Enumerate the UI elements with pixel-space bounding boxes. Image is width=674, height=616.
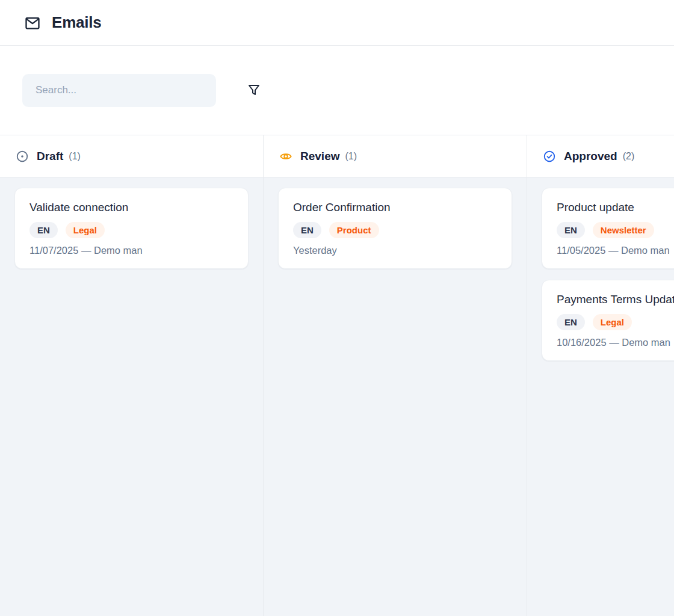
card-badges: EN Newsletter (557, 222, 674, 238)
column-label: Approved (564, 150, 617, 163)
column-label: Draft (37, 150, 63, 163)
page-title: Emails (52, 13, 102, 32)
card-meta: 11/05/2025 — Demo man (557, 245, 674, 256)
column-count: (2) (623, 151, 635, 162)
card-badges: EN Product (293, 222, 497, 238)
card-badges: EN Legal (29, 222, 233, 238)
circle-dot-icon (16, 150, 29, 163)
column-body-review: Order Confirmation EN Product Yesterday (264, 177, 527, 616)
card-title: Product update (557, 201, 674, 214)
eye-icon (279, 150, 292, 163)
check-circle-icon (543, 150, 556, 163)
column-draft: Draft (1) Validate connection EN Legal 1… (0, 135, 264, 616)
column-header-draft: Draft (1) (0, 135, 263, 177)
card-badges: EN Legal (557, 314, 674, 330)
search-input[interactable] (22, 74, 216, 107)
category-badge: Product (329, 222, 379, 238)
language-badge: EN (557, 314, 585, 330)
column-body-approved: Product update EN Newsletter 11/05/2025 … (527, 177, 674, 616)
email-card[interactable]: Payments Terms Update EN Legal 10/16/202… (542, 280, 674, 361)
card-meta: 11/07/2025 — Demo man (29, 245, 233, 256)
card-meta: Yesterday (293, 245, 497, 256)
email-card[interactable]: Order Confirmation EN Product Yesterday (278, 188, 512, 269)
category-badge: Legal (66, 222, 105, 238)
card-title: Validate connection (29, 201, 233, 214)
column-body-draft: Validate connection EN Legal 11/07/2025 … (0, 177, 263, 616)
column-count: (1) (69, 151, 81, 162)
email-card[interactable]: Product update EN Newsletter 11/05/2025 … (542, 188, 674, 269)
column-header-approved: Approved (2) (527, 135, 674, 177)
column-header-review: Review (1) (264, 135, 527, 177)
category-badge: Legal (593, 314, 632, 330)
column-approved: Approved (2) Product update EN Newslette… (527, 135, 674, 616)
filter-button[interactable] (244, 80, 264, 100)
card-title: Payments Terms Update (557, 293, 674, 306)
email-card[interactable]: Validate connection EN Legal 11/07/2025 … (14, 188, 249, 269)
card-title: Order Confirmation (293, 201, 497, 214)
emails-page: Emails Draft (1) Validate connectio (0, 0, 674, 616)
column-review: Review (1) Order Confirmation EN Product… (264, 135, 527, 616)
language-badge: EN (557, 222, 585, 238)
column-label: Review (300, 150, 339, 163)
toolbar (0, 46, 674, 135)
category-badge: Newsletter (593, 222, 654, 238)
filter-funnel-icon (247, 83, 261, 97)
language-badge: EN (29, 222, 58, 238)
kanban-board: Draft (1) Validate connection EN Legal 1… (0, 135, 674, 616)
column-count: (1) (345, 151, 357, 162)
card-meta: 10/16/2025 — Demo man (557, 337, 674, 348)
page-header: Emails (0, 0, 674, 46)
language-badge: EN (293, 222, 321, 238)
mail-icon (24, 14, 41, 31)
